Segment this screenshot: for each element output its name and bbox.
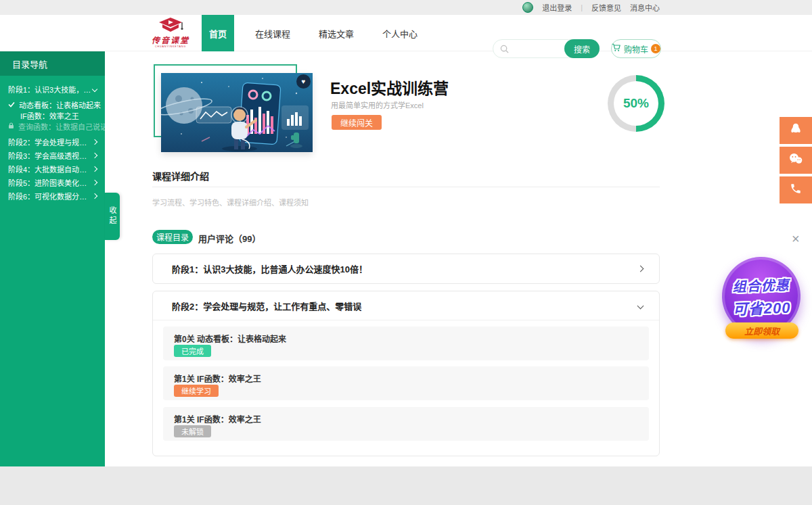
nav-tab-articles[interactable]: 精选文章 [311,15,361,51]
sidebar-stage-1[interactable]: 阶段1：认识3大技能，比普通人... [0,82,105,96]
feedback-link[interactable]: 反馈意见 [591,2,621,13]
nav-tab-home[interactable]: 首页 [202,15,234,51]
search-input[interactable] [513,41,564,57]
lock-icon [8,122,14,130]
progress-value: 50% [614,81,658,126]
chevron-right-icon [92,166,97,172]
wechat-icon [788,152,803,168]
section-heading: 课程详细介绍 [152,169,209,183]
user-avatar[interactable] [522,2,533,13]
sidebar-title: 目录导航 [0,51,105,76]
accordion-title: 阶段2：学会处理与规范，让工作有重点、零错误 [172,299,361,312]
phone-icon [790,183,802,197]
chevron-right-icon [637,266,644,272]
site-logo[interactable]: 传音课堂 CHUANYINKETANG [149,17,192,48]
page: 退出登录 | 反馈意见 消息中心 传音课堂 CHUANYINKETANG 首页 … [0,0,812,505]
catalog-sidebar: 目录导航 阶段1：认识3大技能，比普通人... 动态看板：让表格动起来 IF函数… [0,51,105,466]
sidebar-lesson-label: IF函数：效率之王 [20,110,79,121]
sidebar-stage-4[interactable]: 阶段4：大批数据自动统计分析，... [0,162,105,176]
chevron-down-icon [92,87,97,92]
progress-ring: 50% [608,75,664,132]
chevron-right-icon [92,193,97,199]
promo-text-line2: 可省200 [732,295,791,318]
topbar: 退出登录 | 反馈意见 消息中心 [0,0,812,15]
sidebar-lesson-label: 查询函数：让数据自己说话 [18,121,108,132]
sidebar-collapse-handle[interactable]: 收起 [105,193,120,240]
search-bar: 搜索 [493,39,600,58]
course-subtitle: 用最简单实用的方式学Excel [331,99,424,110]
chevron-right-icon [92,153,97,158]
lesson-status-locked: 未解锁 [174,425,211,437]
cart-label: 购物车 [624,43,648,55]
sidebar-lesson-if[interactable]: IF函数：效率之王 [0,110,105,121]
cart-count-badge: 1 [651,44,660,53]
sidebar-stage-label: 阶段2：学会处理与规范，让工作... [8,137,93,147]
chevron-down-icon [637,302,644,309]
cart-icon [612,43,621,54]
course-cover-illustration [161,73,313,152]
promo-claim-button[interactable]: 立即领取 [725,322,798,339]
tab-course-catalog[interactable]: 课程目录 [152,230,193,244]
lesson-title: 第0关 动态看板：让表格动起来 [163,327,649,344]
accordion-title: 阶段1：认识3大技能，比普通人办公速度快10倍！ [172,262,367,275]
sidebar-stage-label: 阶段6：可视化数据分析，帮老板... [8,191,93,201]
sidebar-lesson-dashboard[interactable]: 动态看板：让表格动起来 [0,99,105,110]
section-description: 学习流程、学习特色、课程详细介绍、课程须知 [152,197,309,208]
sidebar-stage-3[interactable]: 阶段3：学会高级透视，拥有同时... [0,149,105,162]
search-icon [500,45,509,53]
heart-icon: ♥ [302,78,306,85]
logout-button[interactable]: 退出登录 [542,2,572,13]
lesson-row: 第1关 IF函数：效率之王 未解锁 [163,407,649,441]
sidebar-lesson-lookup: 查询函数：让数据自己说话 [0,121,105,132]
lesson-status-completed[interactable]: 已完成 [174,345,211,357]
sidebar-stage-2[interactable]: 阶段2：学会处理与规范，让工作... [0,135,105,149]
tab-user-comments[interactable]: 用户评论（99） [198,232,261,245]
cart-button[interactable]: 购物车 1 [611,39,661,58]
accordion-stage-1: 阶段1：认识3大技能，比普通人办公速度快10倍！ [152,254,660,284]
phone-contact-button[interactable] [780,176,812,203]
nav-tab-courses[interactable]: 在线课程 [248,15,298,51]
lesson-row: 第0关 动态看板：让表格动起来 已完成 [163,327,649,360]
lesson-status-continue[interactable]: 继续学习 [174,385,219,397]
favorite-button[interactable]: ♥ [296,74,311,89]
nav-tab-profile[interactable]: 个人中心 [375,15,425,51]
promo-close-button[interactable]: × [792,232,800,245]
sidebar-stage-label: 阶段5：进阶图表美化，让汇报一... [8,177,93,188]
logo-subtitle: CHUANYINKETANG [151,45,190,48]
promo-text-line1: 组合优惠 [732,274,790,295]
lesson-title: 第1关 IF函数：效率之王 [163,366,649,384]
continue-challenge-button[interactable]: 继续闯关 [332,115,382,130]
sidebar-lesson-label: 动态看板：让表格动起来 [19,99,101,110]
section-divider [152,187,660,187]
wechat-contact-button[interactable] [780,147,812,174]
sidebar-stage-label: 阶段4：大批数据自动统计分析，... [8,164,93,174]
logo-title: 传音课堂 [149,37,192,45]
navbar: 传音课堂 CHUANYINKETANG 首页 在线课程 精选文章 个人中心 搜索… [0,15,812,51]
topbar-divider: | [581,3,583,11]
qq-icon [789,122,803,139]
collapse-label: 收起 [107,206,118,226]
chevron-right-icon [92,180,97,185]
accordion-header[interactable]: 阶段1：认识3大技能，比普通人办公速度快10倍！ [153,254,659,283]
sidebar-stage-6[interactable]: 阶段6：可视化数据分析，帮老板... [0,189,105,203]
accordion-stage-2: 阶段2：学会处理与规范，让工作有重点、零错误 第0关 动态看板：让表格动起来 已… [152,291,660,456]
sidebar-stage-5[interactable]: 阶段5：进阶图表美化，让汇报一... [0,176,105,189]
accordion-header[interactable]: 阶段2：学会处理与规范，让工作有重点、零错误 [153,291,659,320]
logo-icon [156,25,185,37]
messages-link[interactable]: 消息中心 [630,2,660,13]
search-button[interactable]: 搜索 [564,39,600,58]
qq-contact-button[interactable] [780,117,812,144]
footer: 联系方式：028-0000000 地址：成都市武侯区槐树店南路XXXX COPY… [0,466,812,505]
check-icon [8,101,15,109]
sidebar-stage-label: 阶段3：学会高级透视，拥有同时... [8,150,93,161]
course-title: Excel实战训练营 [330,76,449,99]
lesson-row: 第1关 IF函数：效率之王 继续学习 [163,366,649,400]
lesson-title: 第1关 IF函数：效率之王 [163,407,649,425]
sidebar-stage-label: 阶段1：认识3大技能，比普通人... [8,84,93,95]
chevron-right-icon [92,139,97,145]
main-nav: 首页 在线课程 精选文章 个人中心 [202,15,425,51]
